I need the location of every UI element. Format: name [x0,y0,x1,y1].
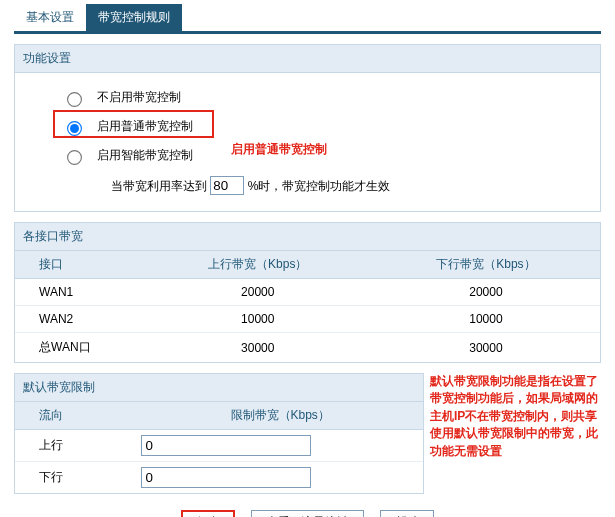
section-function: 功能设置 不启用带宽控制 启用普通带宽控制 启用普通带宽控制 启用智能带宽控制 [14,44,601,212]
col-limit: 限制带宽（Kbps） [137,402,423,430]
section-title-default-limit: 默认带宽限制 [15,374,423,402]
save-button[interactable]: 保存 [181,510,235,517]
cell-iface: WAN2 [15,306,144,333]
cell-up: 30000 [144,333,372,363]
button-row: 保存 查看IP流量统计 帮助 [14,504,601,517]
tab-basic[interactable]: 基本设置 [14,4,86,31]
cell-dir: 上行 [15,430,137,462]
annotation-default-limit: 默认带宽限制功能是指在设置了带宽控制功能后，如果局域网的主机IP不在带宽控制内，… [430,373,600,460]
highlight-box-normal [53,110,214,138]
stats-button[interactable]: 查看IP流量统计 [251,510,364,517]
cell-iface: 总WAN口 [15,333,144,363]
cell-iface: WAN1 [15,279,144,306]
help-button[interactable]: 帮助 [380,510,434,517]
cell-up: 20000 [144,279,372,306]
limit-table: 流向 限制带宽（Kbps） 上行 下行 [15,402,423,493]
bandwidth-table: 接口 上行带宽（Kbps） 下行带宽（Kbps） WAN1 20000 2000… [15,251,600,362]
threshold-pre: 当带宽利用率达到 [111,179,207,193]
col-down: 下行带宽（Kbps） [372,251,600,279]
section-title-interface-bw: 各接口带宽 [15,223,600,251]
radio-label-disable: 不启用带宽控制 [97,89,181,106]
limit-down-input[interactable] [141,467,311,488]
radio-smart-bwctrl[interactable] [67,150,82,165]
table-row: WAN2 10000 10000 [15,306,600,333]
cell-dir: 下行 [15,462,137,494]
section-interface-bw: 各接口带宽 接口 上行带宽（Kbps） 下行带宽（Kbps） WAN1 2000… [14,222,601,363]
table-row: 总WAN口 30000 30000 [15,333,600,363]
threshold-row: 当带宽利用率达到 %时，带宽控制功能才生效 [15,170,600,201]
threshold-input[interactable] [210,176,244,195]
threshold-post: %时，带宽控制功能才生效 [248,179,391,193]
table-row: 上行 [15,430,423,462]
section-title-function: 功能设置 [15,45,600,73]
cell-down: 10000 [372,306,600,333]
col-up: 上行带宽（Kbps） [144,251,372,279]
annotation-normal: 启用普通带宽控制 [231,141,327,158]
radio-label-smart: 启用智能带宽控制 [97,147,193,164]
cell-up: 10000 [144,306,372,333]
tab-bandwidth-rules[interactable]: 带宽控制规则 [86,4,182,31]
section-default-limit: 默认带宽限制 流向 限制带宽（Kbps） 上行 下行 [14,373,424,494]
table-row: 下行 [15,462,423,494]
tab-bar: 基本设置 带宽控制规则 [14,4,601,34]
col-interface: 接口 [15,251,144,279]
table-row: WAN1 20000 20000 [15,279,600,306]
limit-up-input[interactable] [141,435,311,456]
cell-down: 20000 [372,279,600,306]
cell-down: 30000 [372,333,600,363]
col-direction: 流向 [15,402,137,430]
radio-disable-bwctrl[interactable] [67,92,82,107]
